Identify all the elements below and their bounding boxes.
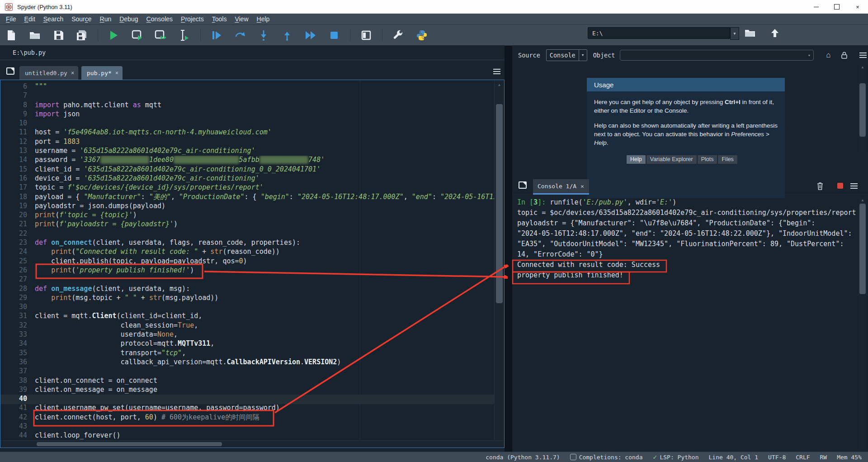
scrollbar-up-arrow[interactable]: ▲ (858, 198, 867, 202)
new-file-button[interactable] (4, 28, 19, 43)
close-button[interactable]: × (847, 0, 868, 14)
status-encoding: UTF-8 (768, 454, 786, 461)
tab-label: Console 1/A (538, 183, 576, 190)
python-path-manager-button[interactable] (414, 28, 429, 43)
browse-tabs-icon[interactable] (5, 67, 15, 76)
maximize-pane-button[interactable] (359, 28, 374, 43)
save-button[interactable] (51, 28, 66, 43)
menu-item-file[interactable]: File (2, 14, 20, 24)
menu-item-debug[interactable]: Debug (115, 14, 142, 24)
status-conda-env: conda (Python 3.11.7) (486, 454, 560, 461)
menu-item-projects[interactable]: Projects (177, 14, 208, 24)
line-number: 17 (0, 183, 35, 192)
editor-horizontal-scrollbar[interactable] (0, 440, 504, 448)
scrollbar-handle[interactable] (496, 104, 503, 303)
parent-directory-button[interactable] (769, 27, 781, 39)
code-line: print('property publish finished!') (35, 266, 495, 275)
lock-button[interactable] (840, 50, 849, 60)
line-number: 22 (0, 229, 35, 238)
code-line: client.on_message = on_message (35, 386, 495, 395)
scrollbar-handle[interactable] (859, 83, 866, 137)
menu-item-edit[interactable]: Edit (20, 14, 39, 24)
run-cell-button[interactable] (130, 28, 145, 43)
console-options-menu-button[interactable] (849, 181, 859, 191)
close-tab-icon[interactable]: × (580, 183, 584, 190)
menu-item-run[interactable]: Run (96, 14, 116, 24)
scrollbar-handle[interactable] (859, 204, 866, 294)
line-number: 9 (0, 110, 35, 119)
code-line: Connected with result code: Success (517, 261, 861, 271)
code-line (35, 395, 495, 404)
menu-item-tools[interactable]: Tools (208, 14, 231, 24)
dock-tab-help[interactable]: Help (626, 155, 646, 164)
code-line: print("Connected with result code: " + s… (35, 248, 495, 257)
scrollbar-up-arrow[interactable]: ▲ (858, 65, 867, 69)
open-file-button[interactable] (27, 28, 42, 43)
code-area: """import paho.mqtt.client as mqttimport… (35, 82, 495, 440)
step-out-button[interactable] (279, 28, 295, 43)
line-number: 41 (0, 404, 35, 413)
spyder-window: Spyder (Python 3.11) × FileEditSearchSou… (0, 0, 868, 462)
code-line: property publish finished! (517, 271, 861, 281)
step-out-icon (283, 30, 291, 41)
interrupt-kernel-button[interactable] (837, 183, 843, 189)
minimize-button[interactable] (806, 0, 826, 14)
continue-execution-button[interactable] (303, 28, 318, 43)
run-file-button[interactable] (106, 28, 122, 43)
chevron-down-icon[interactable]: ▼ (808, 54, 811, 57)
help-source-selector[interactable]: Console ▼ (546, 49, 587, 61)
scrollbar-handle[interactable] (37, 442, 222, 446)
console-vertical-scrollbar[interactable]: ▲ (858, 197, 867, 449)
tab-untitled0[interactable]: untitled0.py × (19, 66, 78, 80)
console-output-area[interactable]: In [3]: runfile('E:/pub.py', wdir='E:')t… (517, 198, 861, 281)
tab-console-1a[interactable]: Console 1/A × (533, 179, 589, 195)
dock-tab-variable-explorer[interactable]: Variable Explorer (646, 155, 697, 164)
object-input[interactable]: ▼ (620, 50, 813, 61)
close-tab-icon[interactable]: × (71, 70, 74, 76)
dock-tab-files[interactable]: Files (717, 155, 737, 164)
browse-tabs-icon[interactable] (518, 181, 528, 190)
code-line (35, 229, 495, 238)
working-directory-dropdown-arrow[interactable]: ▼ (730, 27, 739, 40)
wrench-icon (393, 30, 404, 41)
run-selection-button[interactable] (177, 28, 192, 43)
debug-file-button[interactable] (209, 28, 224, 43)
editor-vertical-scrollbar[interactable]: ▲ (494, 80, 504, 440)
code-line: host = 'f5e4964ab8.iot-mqtts.cn-north-4.… (35, 128, 495, 137)
status-lsp: ✓LSP: Python (653, 454, 699, 461)
chevron-down-icon[interactable]: ▼ (579, 50, 587, 61)
browse-directory-button[interactable] (744, 27, 756, 39)
remove-variables-button[interactable] (815, 181, 825, 191)
menu-item-source[interactable]: Source (67, 14, 95, 24)
browse-folder-icon (745, 29, 755, 38)
code-line: print(f'payloadstr = {payloadstr}') (35, 220, 495, 229)
code-line: payload = { "Manufacturer": "美的", "Produ… (35, 193, 495, 202)
working-directory-combo[interactable]: E:\ (588, 27, 730, 39)
menu-item-view[interactable]: View (231, 14, 252, 24)
home-button[interactable]: ⌂ (824, 50, 834, 60)
step-over-button[interactable] (232, 28, 248, 43)
menu-item-help[interactable]: Help (253, 14, 274, 24)
line-number-gutter: 6789101112131415161718192021222324252627… (0, 82, 35, 440)
editor-options-menu-icon[interactable] (492, 67, 502, 76)
maximize-button[interactable] (826, 0, 847, 14)
dock-tab-plots[interactable]: Plots (697, 155, 718, 164)
completions-icon (570, 454, 576, 460)
menu-item-consoles[interactable]: Consoles (142, 14, 177, 24)
spyder-logo-icon (5, 3, 13, 11)
tab-pub-py[interactable]: pub.py* × (81, 66, 123, 80)
help-vertical-scrollbar[interactable]: ▲ (858, 64, 867, 155)
run-cell-advance-button[interactable] (153, 28, 169, 43)
preferences-button[interactable] (391, 28, 406, 43)
code-line: def on_message(client, userdata, msg): (35, 285, 495, 294)
stop-debugging-button[interactable] (326, 28, 342, 43)
save-all-button[interactable] (74, 28, 90, 43)
menu-item-search[interactable]: Search (39, 14, 67, 24)
close-tab-icon[interactable]: × (115, 70, 118, 76)
code-line (35, 275, 495, 284)
line-number: 39 (0, 386, 35, 395)
step-into-button[interactable] (256, 28, 271, 43)
code-editor[interactable]: 6789101112131415161718192021222324252627… (0, 80, 505, 448)
scrollbar-up-arrow[interactable]: ▲ (495, 83, 504, 87)
help-options-menu-button[interactable] (859, 50, 868, 60)
